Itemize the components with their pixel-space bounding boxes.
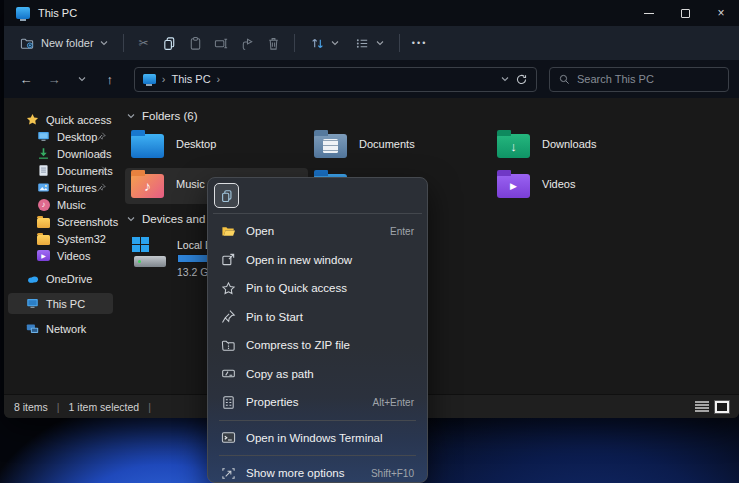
ellipsis-icon: ••• (412, 38, 427, 48)
command-bar: New folder ✂ ••• (4, 26, 739, 60)
address-dropdown-icon[interactable] (501, 75, 509, 83)
zip-folder-icon (221, 338, 236, 353)
new-window-icon (221, 252, 236, 267)
this-pc-icon (16, 7, 30, 19)
collapse-chevron-icon (127, 112, 135, 120)
breadcrumb-chevron-icon: › (217, 73, 221, 85)
star-outline-icon (221, 281, 236, 296)
navigation-pane: Quick access Desktop Downloads Documents (4, 98, 117, 394)
forward-button[interactable]: → (42, 67, 66, 91)
folder-icon (37, 232, 50, 245)
titlebar[interactable]: This PC × (4, 0, 739, 26)
copy-icon (220, 189, 234, 203)
videos-folder-icon: ▶ (497, 174, 530, 198)
new-folder-label: New folder (41, 37, 94, 49)
address-bar[interactable]: › This PC › (134, 67, 537, 92)
details-view-button[interactable] (695, 401, 709, 413)
menu-item-open-in-new-window[interactable]: Open in new window (213, 246, 422, 275)
delete-button[interactable] (261, 31, 287, 55)
menu-item-copy-as-path[interactable]: Copy as path (213, 360, 422, 389)
menu-item-show-more-options[interactable]: Show more options Shift+F10 (213, 459, 422, 483)
sidebar-item-system32[interactable]: System32 (8, 230, 113, 247)
sidebar-item-desktop[interactable]: Desktop (8, 128, 113, 145)
new-folder-button[interactable]: New folder (12, 31, 116, 56)
close-button[interactable]: × (703, 0, 739, 26)
selection-count: 1 item selected (69, 401, 140, 413)
view-options-icon (355, 36, 370, 51)
sidebar-item-pictures[interactable]: Pictures (8, 179, 113, 196)
window-title: This PC (38, 7, 77, 19)
context-menu: Open Enter Open in new window Pin to Qui… (207, 177, 428, 483)
toolbar-divider (123, 34, 124, 52)
documents-folder-icon (314, 134, 347, 158)
search-input[interactable] (577, 73, 719, 85)
share-button[interactable] (235, 31, 261, 55)
folder-tile-documents[interactable]: Documents (308, 128, 491, 164)
up-icon: ↑ (107, 72, 114, 87)
back-button[interactable]: ← (14, 67, 38, 91)
pin-icon (97, 149, 106, 158)
folders-section-header[interactable]: Folders (6) (125, 108, 739, 124)
chevron-down-icon (100, 39, 108, 47)
pin-icon (97, 183, 106, 192)
view-button[interactable] (347, 31, 392, 56)
music-folder-icon: ♪ (131, 174, 164, 198)
menu-item-pin-to-quick-access[interactable]: Pin to Quick access (213, 274, 422, 303)
pin-icon (97, 132, 106, 141)
refresh-icon[interactable] (515, 73, 528, 86)
folder-tile-downloads[interactable]: ↓ Downloads (491, 128, 674, 164)
show-more-icon (221, 466, 236, 481)
maximize-icon (681, 9, 690, 18)
sidebar-item-screenshots[interactable]: Screenshots (8, 213, 113, 230)
sidebar-item-network[interactable]: Network (8, 318, 113, 339)
address-row: ← → ↑ › This PC › (4, 60, 739, 98)
search-box[interactable] (549, 67, 729, 92)
downloads-folder-icon: ↓ (497, 134, 530, 158)
sidebar-item-onedrive[interactable]: OneDrive (8, 268, 113, 289)
rename-icon (214, 36, 229, 51)
menu-divider (219, 420, 416, 421)
folder-tile-desktop[interactable]: Desktop (125, 128, 308, 164)
collapse-chevron-icon (127, 215, 135, 223)
share-icon (240, 36, 255, 51)
cut-button[interactable]: ✂ (131, 31, 157, 55)
sidebar-item-music[interactable]: ♪ Music (8, 196, 113, 213)
menu-item-compress-to-zip[interactable]: Compress to ZIP file (213, 331, 422, 360)
menu-item-open[interactable]: Open Enter (213, 217, 422, 246)
toolbar-divider (399, 34, 400, 52)
sort-button[interactable] (302, 31, 347, 56)
new-folder-icon (20, 36, 35, 51)
sidebar-item-quick-access[interactable]: Quick access (8, 111, 113, 128)
pin-icon (97, 166, 106, 175)
menu-divider (219, 455, 416, 456)
menu-item-pin-to-start[interactable]: Pin to Start (213, 303, 422, 332)
terminal-icon (221, 430, 236, 445)
up-button[interactable]: ↑ (98, 67, 122, 91)
maximize-button[interactable] (667, 0, 703, 26)
menu-item-properties[interactable]: Properties Alt+Enter (213, 388, 422, 417)
folder-open-icon (221, 224, 236, 239)
folder-tile-videos[interactable]: ▶ Videos (491, 168, 674, 204)
back-icon: ← (19, 72, 32, 87)
minimize-button[interactable] (631, 0, 667, 26)
breadcrumb[interactable]: This PC (171, 73, 210, 85)
copy-button[interactable] (214, 183, 239, 208)
item-count: 8 items (14, 401, 48, 413)
local-disk-icon (131, 237, 168, 269)
search-icon (559, 74, 570, 85)
copy-button[interactable] (157, 31, 183, 55)
recent-locations-button[interactable] (70, 67, 94, 91)
paste-button[interactable] (183, 31, 209, 55)
download-icon (37, 147, 50, 160)
sidebar-item-videos[interactable]: ▶ Videos (8, 247, 113, 264)
large-icons-view-button[interactable] (715, 401, 729, 413)
minimize-icon (644, 13, 654, 14)
sidebar-item-downloads[interactable]: Downloads (8, 145, 113, 162)
rename-button[interactable] (209, 31, 235, 55)
sidebar-item-documents[interactable]: Documents (8, 162, 113, 179)
sort-icon (310, 36, 325, 51)
desktop-folder-icon (131, 134, 164, 158)
sidebar-item-this-pc[interactable]: This PC (8, 293, 113, 314)
menu-item-open-in-windows-terminal[interactable]: Open in Windows Terminal (213, 424, 422, 453)
see-more-button[interactable]: ••• (407, 31, 433, 55)
